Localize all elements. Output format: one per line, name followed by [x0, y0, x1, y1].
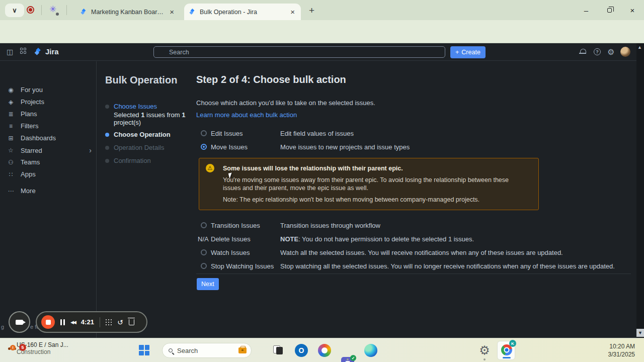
active-indicator [503, 357, 511, 358]
page-scrollbar[interactable]: ▲ ▼ [636, 43, 644, 338]
pause-button[interactable] [60, 319, 65, 325]
window-restore-button[interactable] [598, 0, 621, 20]
option-row-watch-issues: Watch Issues Watch all the selected issu… [196, 249, 629, 259]
apps-grid-icon: ∷ [7, 171, 15, 178]
stop-icon [46, 320, 51, 325]
option-label: Transition Issues [211, 222, 260, 229]
na-label: N/A [198, 235, 209, 243]
sidebar-item-label: Projects [21, 98, 44, 106]
status-check-badge: ✓ [350, 355, 356, 361]
scroll-down-arrow[interactable]: ▼ [636, 329, 644, 337]
taskbar-clock[interactable]: 10:20 AM 3/31/2025 [608, 342, 635, 358]
outlook-icon[interactable]: O [295, 344, 308, 357]
jira-user-avatar[interactable] [620, 47, 630, 57]
step-choose-operation: Choose Operation [105, 131, 171, 138]
note-text: : You do not have permission to delete t… [298, 235, 474, 243]
option-label: Move Issues [211, 143, 248, 151]
step-subtext: Selected 1 issues from 1 project(s) [114, 111, 189, 126]
step-confirmation: Confirmation [105, 157, 151, 164]
step-label: Confirmation [114, 157, 151, 164]
sidebar-item-more[interactable]: ⋯More [7, 187, 92, 195]
option-label: Delete Issues [211, 235, 251, 243]
delete-recording-button[interactable] [129, 319, 134, 325]
sidebar-item-apps[interactable]: ∷Apps [7, 170, 92, 178]
option-row-delete-issues: N/A Delete Issues NOTE: You do not have … [196, 235, 629, 245]
effects-grid-button[interactable] [106, 319, 112, 325]
windows-taskbar: ! 5 US-160 E / San J... Construction Sea… [0, 338, 644, 362]
sidebar-item-label: More [21, 187, 36, 195]
minimize-icon: – [584, 6, 588, 15]
option-label: Edit Issues [211, 130, 243, 137]
sidebar-toggle-icon[interactable]: ◫ [7, 48, 13, 56]
window-minimize-button[interactable]: – [575, 0, 598, 20]
step-choose-issues[interactable]: Choose Issues Selected 1 issues from 1 p… [105, 103, 189, 126]
jira-logo[interactable]: Jira [34, 47, 59, 56]
step-dot [105, 159, 109, 163]
radio-edit-issues[interactable] [201, 130, 207, 136]
camera-bubble-button[interactable] [9, 311, 30, 333]
help-icon[interactable]: ? [594, 48, 601, 55]
browser-toolbar: ← → ↻ 3s-success-demo.atlassian.net/secu… [0, 20, 644, 43]
option-row-transition-issues: Transition Issues Transition issues thro… [196, 222, 629, 232]
briefcase-icon [238, 347, 247, 353]
step-link[interactable]: Choose Issues [114, 103, 157, 110]
sidebar-item-plans[interactable]: ≣Plans [7, 110, 92, 118]
jira-search-input[interactable] [153, 46, 445, 58]
jira-header: ◫ Jira + Create ? ⚙ [0, 43, 644, 61]
filter-icon: ≡ [7, 123, 15, 130]
start-button[interactable] [139, 345, 149, 355]
traffic-widget[interactable]: ! 5 US-160 E / San J... Construction [12, 341, 68, 355]
copilot-icon[interactable] [318, 344, 331, 357]
radio-transition-issues[interactable] [201, 222, 207, 228]
extension-pinned-icon[interactable]: ✳ [49, 4, 56, 15]
app-switcher-icon[interactable] [20, 48, 26, 54]
step-subtext-part: Selected [114, 111, 141, 119]
radio-watch-issues[interactable] [201, 249, 207, 255]
sidebar-item-dashboards[interactable]: ⊞Dashboards [7, 134, 92, 142]
option-row-stop-watching-issues: Stop Watching Issues Stop watching all t… [196, 262, 629, 273]
tab-marketing-kanban[interactable]: Marketing Kanban Board - Kanb × [75, 4, 180, 20]
warning-icon: ⚠ [206, 164, 214, 172]
rewind-button[interactable]: ◀◀ [70, 320, 75, 325]
tab-close-icon[interactable]: × [169, 8, 175, 16]
window-close-button[interactable]: × [621, 0, 644, 20]
occluded-footer-text: g [1, 324, 4, 330]
jira-favicon [189, 9, 196, 15]
settings-icon[interactable]: ⚙ [478, 344, 491, 357]
sidebar-item-for-you[interactable]: ◉For you [7, 86, 92, 94]
radio-move-issues-selected[interactable] [201, 144, 207, 150]
sidebar-item-projects[interactable]: ◈Projects [7, 98, 92, 106]
ellipsis-icon: ⋯ [7, 188, 15, 195]
option-label: Watch Issues [211, 249, 250, 256]
stop-recording-button[interactable] [41, 315, 55, 329]
recording-indicator-icon[interactable] [27, 6, 34, 14]
page-title: Bulk Operation [105, 74, 177, 86]
search-placeholder: Search [177, 347, 231, 354]
asterisk-icon: ✳ [49, 5, 56, 14]
search-highlight-icon[interactable] [236, 344, 249, 357]
radio-stop-watching-issues[interactable] [201, 263, 207, 269]
sidebar-item-teams[interactable]: ⚇Teams [7, 158, 92, 166]
settings-gear-icon[interactable]: ⚙ [607, 47, 614, 57]
chevron-right-icon[interactable]: › [89, 146, 92, 154]
taskbar-search-box[interactable]: Search [162, 343, 252, 358]
sidebar-item-label: Filters [21, 122, 38, 130]
next-button[interactable]: Next [197, 278, 219, 290]
tab-bulk-operation[interactable]: Bulk Operation - Jira × [184, 4, 301, 20]
restart-recording-button[interactable]: ↺ [117, 318, 123, 326]
jira-sidebar: ◉For you ◈Projects ≣Plans ≡Filters ⊞Dash… [0, 61, 97, 338]
tab-search-button[interactable]: ∨ [5, 4, 24, 17]
scroll-up-arrow[interactable]: ▲ [637, 45, 642, 50]
learn-more-link[interactable]: Learn more about each bulk action [196, 111, 297, 119]
task-view-button[interactable] [272, 344, 285, 357]
sidebar-item-filters[interactable]: ≡Filters [7, 122, 92, 130]
sidebar-item-starred[interactable]: ☆Starred› [7, 146, 92, 154]
tab-close-icon[interactable]: × [289, 8, 296, 16]
create-button[interactable]: + Create [450, 46, 486, 58]
sidebar-item-label: For you [21, 86, 43, 94]
chevron-down-icon: ∨ [12, 7, 17, 14]
option-description: Stop watching all the selected issues. Y… [280, 262, 615, 270]
edge-icon[interactable] [364, 344, 377, 357]
chrome-active-window-button[interactable]: K [497, 341, 515, 360]
new-tab-button[interactable]: + [309, 5, 314, 16]
